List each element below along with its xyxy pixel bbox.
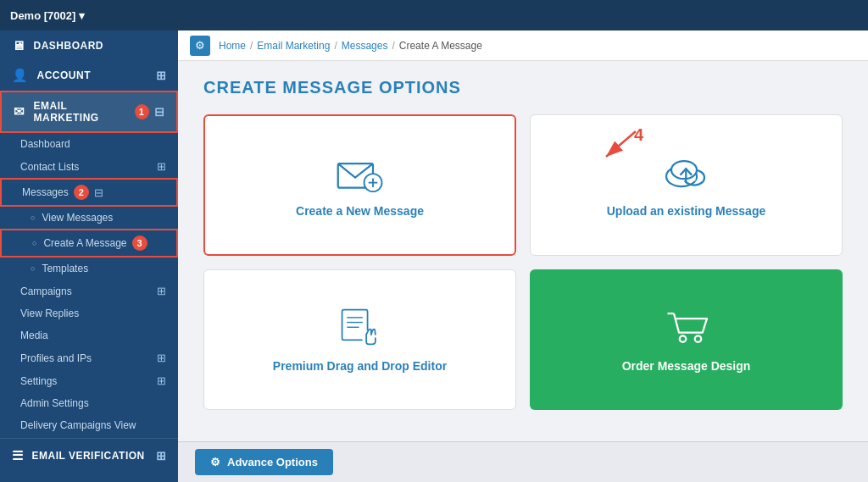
sidebar-item-delivery-campaigns[interactable]: Delivery Campaigns View — [0, 414, 178, 436]
contact-lists-label: Contact Lists — [20, 161, 79, 173]
sidebar-item-view-replies[interactable]: View Replies — [0, 302, 178, 324]
view-messages-label: View Messages — [42, 212, 113, 224]
bottom-bar: ⚙ Advance Options — [178, 441, 868, 482]
envelope-compose-icon — [335, 152, 386, 194]
contact-lists-expand-icon: ⊞ — [157, 160, 166, 173]
caret-icon: ▾ — [79, 9, 85, 22]
sidebar-item-account[interactable]: 👤 ACCOUNT ⊞ — [0, 60, 178, 91]
sidebar-item-view-messages[interactable]: ○ View Messages — [0, 207, 178, 229]
sidebar-divider — [0, 438, 178, 439]
create-message-badge: 3 — [132, 235, 147, 251]
account-expand-icon: ⊞ — [156, 69, 167, 82]
delivery-campaigns-label: Delivery Campaigns View — [20, 419, 136, 431]
messages-label: Messages — [22, 186, 69, 198]
sidebar-item-email-verification[interactable]: ☰ EMAIL VERIFICATION ⊞ — [0, 440, 178, 471]
shopping-cart-icon — [661, 307, 712, 349]
view-replies-label: View Replies — [20, 307, 79, 319]
templates-bullet: ○ — [31, 264, 35, 273]
campaigns-expand-icon: ⊞ — [157, 285, 166, 297]
sidebar-item-settings[interactable]: Settings ⊞ — [0, 369, 178, 392]
gear-btn-icon: ⚙ — [210, 456, 220, 468]
sidebar-item-templates[interactable]: ○ Templates — [0, 258, 178, 280]
settings-expand-icon: ⊞ — [157, 374, 166, 387]
messages-collapse-icon: ⊟ — [94, 186, 103, 199]
messages-badge: 2 — [74, 185, 89, 200]
breadcrumb-sep-3: / — [392, 40, 394, 52]
top-bar: Demo [7002] ▾ — [0, 0, 868, 30]
card-create-new[interactable]: Create a New Message — [203, 114, 516, 256]
svg-point-18 — [694, 335, 701, 342]
create-message-bullet: ○ — [32, 239, 36, 247]
page-title: CREATE MESSAGE OPTIONS — [203, 78, 843, 97]
sidebar-label-dashboard: DASHBOARD — [34, 40, 104, 52]
card-upload[interactable]: Upload an existing Message — [530, 114, 843, 256]
create-message-label: Create A Message — [43, 237, 126, 249]
card-drag-drop[interactable]: Premium Drag and Drop Editor — [203, 269, 516, 411]
drag-drop-icon — [335, 307, 386, 349]
user-icon: 👤 — [12, 68, 29, 83]
settings-label: Settings — [20, 375, 57, 387]
sidebar-item-em-dashboard[interactable]: Dashboard — [0, 133, 178, 155]
sidebar-item-create-message[interactable]: ○ Create A Message 3 — [0, 229, 178, 258]
sidebar-item-profiles-ips[interactable]: Profiles and IPs ⊞ — [0, 346, 178, 369]
email-icon: ✉ — [14, 104, 25, 119]
svg-point-17 — [679, 335, 686, 342]
email-marketing-collapse-icon: ⊟ — [154, 105, 165, 119]
sidebar-item-media[interactable]: Media — [0, 324, 178, 346]
em-dashboard-label: Dashboard — [20, 138, 70, 150]
sidebar-label-account: ACCOUNT — [37, 69, 92, 81]
breadcrumb-sep-1: / — [250, 40, 253, 52]
sidebar-item-contact-lists[interactable]: Contact Lists ⊞ — [0, 155, 178, 178]
card-label-order-design: Order Message Design — [622, 359, 751, 373]
breadcrumb-bar: ⚙ Home / Email Marketing / Messages / Cr… — [178, 30, 868, 61]
content-area: ⚙ Home / Email Marketing / Messages / Cr… — [178, 30, 868, 482]
main-layout: 🖥 DASHBOARD 👤 ACCOUNT ⊞ ✉ EMAIL MARKETIN… — [0, 30, 868, 482]
sidebar: 🖥 DASHBOARD 👤 ACCOUNT ⊞ ✉ EMAIL MARKETIN… — [0, 30, 178, 482]
settings-gear-icon: ⚙ — [190, 36, 210, 56]
templates-label: Templates — [42, 263, 88, 274]
breadcrumb-messages[interactable]: Messages — [342, 40, 388, 52]
sidebar-item-messages[interactable]: Messages 2 ⊟ — [0, 178, 178, 207]
card-label-upload: Upload an existing Message — [607, 204, 766, 218]
advance-options-label: Advance Options — [227, 456, 318, 468]
card-label-create-new: Create a New Message — [296, 204, 424, 218]
demo-title[interactable]: Demo [7002] ▾ — [10, 9, 85, 22]
menu-icon: ☰ — [12, 448, 24, 463]
sidebar-item-campaigns[interactable]: Campaigns ⊞ — [0, 280, 178, 302]
breadcrumb-sep-2: / — [334, 40, 337, 52]
sidebar-label-email-verification: EMAIL VERIFICATION — [32, 450, 145, 462]
email-marketing-badge: 1 — [135, 104, 149, 119]
media-label: Media — [20, 330, 48, 341]
card-label-drag-drop: Premium Drag and Drop Editor — [273, 359, 447, 373]
view-messages-bullet: ○ — [31, 213, 35, 222]
card-order-design[interactable]: Order Message Design — [530, 269, 843, 411]
advance-options-button[interactable]: ⚙ Advance Options — [195, 449, 333, 475]
breadcrumb-home[interactable]: Home — [219, 40, 246, 52]
options-grid: Create a New Message Upload an existing … — [203, 114, 843, 410]
breadcrumb-current: Create A Message — [399, 40, 482, 52]
breadcrumb-email-marketing[interactable]: Email Marketing — [257, 40, 330, 52]
main-content: CREATE MESSAGE OPTIONS 4 — [178, 61, 868, 441]
sidebar-label-email-marketing: EMAIL MARKETING — [34, 100, 130, 124]
cloud-upload-icon — [661, 152, 712, 194]
profiles-ips-label: Profiles and IPs — [20, 352, 92, 364]
sidebar-item-admin-settings[interactable]: Admin Settings — [0, 392, 178, 414]
demo-label: Demo [7002] — [10, 9, 75, 22]
profiles-ips-expand-icon: ⊞ — [157, 352, 166, 364]
sidebar-item-email-marketing[interactable]: ✉ EMAIL MARKETING 1 ⊟ — [0, 91, 178, 133]
campaigns-label: Campaigns — [20, 285, 72, 297]
sidebar-item-dashboard[interactable]: 🖥 DASHBOARD — [0, 30, 178, 60]
admin-settings-label: Admin Settings — [20, 397, 89, 409]
email-verification-expand-icon: ⊞ — [156, 449, 167, 463]
monitor-icon: 🖥 — [12, 38, 25, 53]
